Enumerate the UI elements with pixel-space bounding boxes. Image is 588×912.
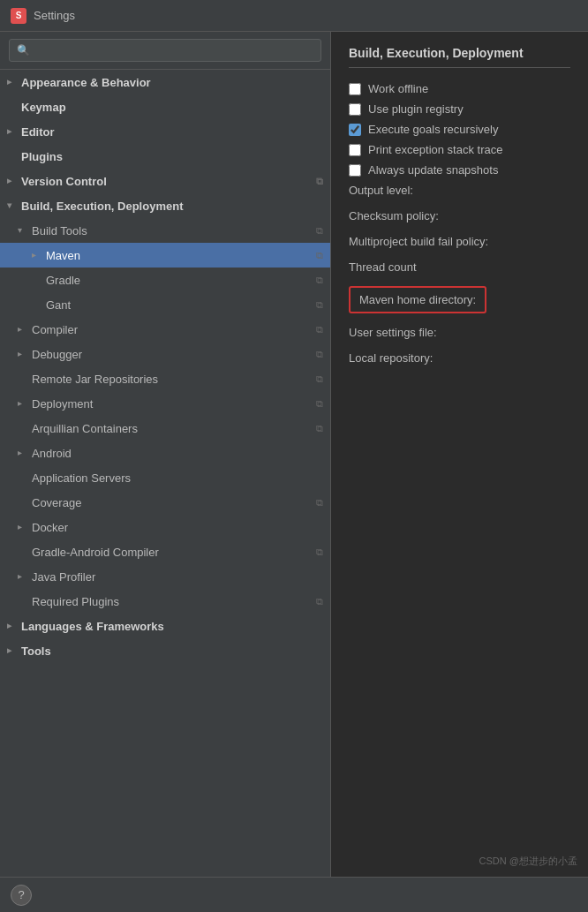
sidebar-item-build-tools[interactable]: Build Tools⧉ xyxy=(0,218,330,243)
checkbox-always-update[interactable] xyxy=(349,164,361,177)
field-row-thread-count: Thread count xyxy=(349,260,570,274)
field-label-user-settings: User settings file: xyxy=(349,326,455,339)
chevron-icon xyxy=(18,225,28,236)
chevron-icon xyxy=(18,324,28,335)
panel-title: Build, Execution, Deployment xyxy=(349,46,570,68)
sidebar-item-docker[interactable]: Docker xyxy=(0,515,330,539)
sidebar-item-label: Build Tools xyxy=(32,224,87,237)
copy-icon: ⧉ xyxy=(316,299,323,311)
sidebar-item-editor[interactable]: Editor xyxy=(0,119,330,144)
copy-icon: ⧉ xyxy=(316,423,323,434)
sidebar-item-android[interactable]: Android xyxy=(0,441,330,465)
sidebar-item-version-control[interactable]: Version Control⧉ xyxy=(0,169,330,193)
checkbox-use-plugin-registry[interactable] xyxy=(349,103,361,116)
fields-container: Output level:Checksum policy:Multiprojec… xyxy=(349,184,570,365)
sidebar-item-coverage[interactable]: Coverage⧉ xyxy=(0,490,330,515)
sidebar-item-remote-jar[interactable]: Remote Jar Repositories⧉ xyxy=(0,366,330,391)
field-row-multiproject-policy: Multiproject build fail policy: xyxy=(349,235,570,248)
checkbox-label-execute-goals: Execute goals recursively xyxy=(368,123,498,136)
sidebar: Appearance & BehaviorKeymapEditorPlugins… xyxy=(0,32,331,877)
field-row-maven-home: Maven home directory: xyxy=(349,286,570,313)
checkbox-row-print-exception: Print exception stack trace xyxy=(349,143,570,156)
chevron-icon xyxy=(7,621,18,631)
copy-icon: ⧉ xyxy=(316,225,323,237)
field-label-multiproject-policy: Multiproject build fail policy: xyxy=(349,235,488,248)
sidebar-item-label: Gradle xyxy=(46,274,80,287)
checkbox-row-use-plugin-registry: Use plugin registry xyxy=(349,102,570,116)
sidebar-item-gant[interactable]: Gant⧉ xyxy=(0,292,330,317)
sidebar-item-gradle-android[interactable]: Gradle-Android Compiler⧉ xyxy=(0,539,330,564)
field-row-checksum-policy: Checksum policy: xyxy=(349,209,570,222)
checkbox-label-use-plugin-registry: Use plugin registry xyxy=(368,102,464,116)
sidebar-item-label: Coverage xyxy=(32,496,81,509)
chevron-icon xyxy=(32,250,42,260)
sidebar-item-label: Java Profiler xyxy=(32,570,95,584)
checkboxes-container: Work offlineUse plugin registryExecute g… xyxy=(349,82,570,177)
chevron-icon xyxy=(7,176,18,186)
sidebar-item-label: Keymap xyxy=(21,101,66,114)
checkbox-work-offline[interactable] xyxy=(349,83,361,95)
app-icon: S xyxy=(11,8,26,24)
chevron-icon xyxy=(7,77,18,87)
chevron-icon xyxy=(18,522,28,532)
sidebar-item-debugger[interactable]: Debugger⧉ xyxy=(0,342,330,366)
sidebar-item-label: Application Servers xyxy=(32,471,131,485)
sidebar-item-java-profiler[interactable]: Java Profiler xyxy=(0,564,330,589)
sidebar-item-plugins[interactable]: Plugins xyxy=(0,144,330,169)
checkbox-row-work-offline: Work offline xyxy=(349,82,570,95)
sidebar-item-label: Remote Jar Repositories xyxy=(32,373,158,386)
copy-icon: ⧉ xyxy=(316,546,323,558)
watermark: CSDN @想进步的小孟 xyxy=(479,855,577,868)
window-title: Settings xyxy=(34,9,75,22)
checkbox-print-exception[interactable] xyxy=(349,144,361,156)
sidebar-item-build-exec-dep[interactable]: Build, Execution, Deployment xyxy=(0,193,330,218)
maven-home-box[interactable]: Maven home directory: xyxy=(349,286,486,313)
sidebar-item-compiler[interactable]: Compiler⧉ xyxy=(0,317,330,342)
sidebar-item-languages[interactable]: Languages & Frameworks xyxy=(0,614,330,638)
field-row-user-settings: User settings file: xyxy=(349,326,570,339)
chevron-icon xyxy=(7,200,18,211)
field-label-output-level: Output level: xyxy=(349,184,455,197)
checkbox-label-always-update: Always update snapshots xyxy=(368,163,498,177)
help-button[interactable]: ? xyxy=(11,885,32,906)
sidebar-item-label: Gant xyxy=(46,298,71,312)
sidebar-item-label: Plugins xyxy=(21,150,63,163)
sidebar-item-gradle[interactable]: Gradle⧉ xyxy=(0,268,330,292)
sidebar-item-label: Debugger xyxy=(32,348,82,361)
sidebar-item-app-servers[interactable]: Application Servers xyxy=(0,465,330,490)
sidebar-item-arquillian[interactable]: Arquillian Containers⧉ xyxy=(0,416,330,441)
copy-icon: ⧉ xyxy=(316,373,323,385)
sidebar-item-label: Build, Execution, Deployment xyxy=(21,200,183,213)
field-row-local-repository: Local repository: xyxy=(349,351,570,365)
chevron-icon xyxy=(18,349,28,359)
sidebar-item-label: Maven xyxy=(46,249,80,262)
sidebar-item-label: Required Plugins xyxy=(32,595,119,608)
title-bar: S Settings xyxy=(0,0,588,32)
copy-icon: ⧉ xyxy=(316,275,323,286)
copy-icon: ⧉ xyxy=(316,596,323,607)
checkbox-row-always-update: Always update snapshots xyxy=(349,163,570,177)
sidebar-item-label: Gradle-Android Compiler xyxy=(32,546,159,559)
checkbox-label-print-exception: Print exception stack trace xyxy=(368,143,502,156)
sidebar-item-keymap[interactable]: Keymap xyxy=(0,94,330,119)
field-label-checksum-policy: Checksum policy: xyxy=(349,209,455,222)
sidebar-item-appearance[interactable]: Appearance & Behavior xyxy=(0,70,330,94)
copy-icon: ⧉ xyxy=(316,250,323,261)
field-label-thread-count: Thread count xyxy=(349,260,455,274)
sidebar-item-deployment[interactable]: Deployment⧉ xyxy=(0,391,330,416)
checkbox-row-execute-goals: Execute goals recursively xyxy=(349,123,570,136)
main-layout: Appearance & BehaviorKeymapEditorPlugins… xyxy=(0,32,588,877)
chevron-icon xyxy=(18,398,28,409)
search-input[interactable] xyxy=(9,39,321,62)
sidebar-item-tools[interactable]: Tools xyxy=(0,638,330,663)
sidebar-item-maven[interactable]: Maven⧉ xyxy=(0,243,330,268)
checkbox-execute-goals[interactable] xyxy=(349,124,361,136)
bottom-bar: ? xyxy=(0,877,588,912)
sidebar-item-label: Languages & Frameworks xyxy=(21,620,164,633)
sidebar-item-label: Docker xyxy=(32,521,68,534)
sidebar-item-required-plugins[interactable]: Required Plugins⧉ xyxy=(0,589,330,614)
chevron-icon xyxy=(7,645,18,656)
sidebar-item-label: Android xyxy=(32,447,72,460)
chevron-icon xyxy=(7,126,18,137)
copy-icon: ⧉ xyxy=(316,398,323,410)
